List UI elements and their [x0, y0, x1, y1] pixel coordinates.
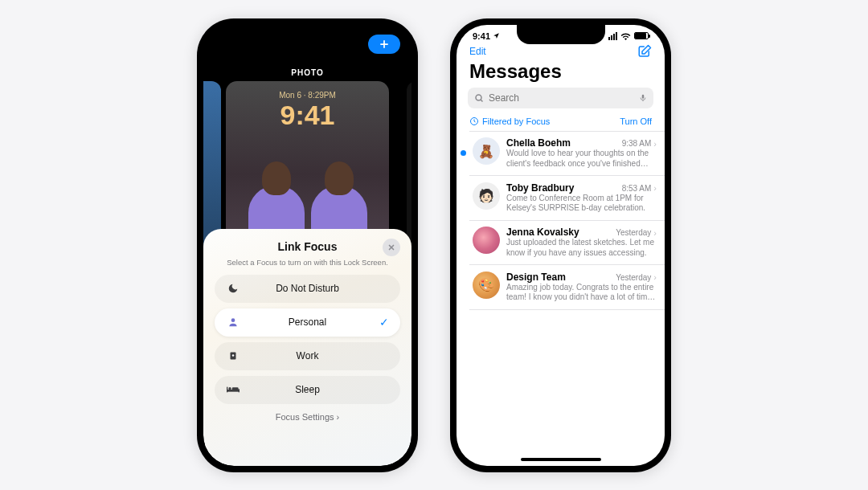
thread-preview: Would love to hear your thoughts on the … — [506, 149, 657, 169]
focus-option-label: Sleep — [240, 384, 375, 395]
close-sheet-button[interactable] — [383, 239, 400, 256]
thread-preview: Just uploaded the latest sketches. Let m… — [506, 238, 657, 258]
edit-button[interactable]: Edit — [469, 46, 486, 57]
svg-rect-8 — [227, 387, 227, 393]
lockscreen-time: 9:41 — [226, 101, 389, 129]
plus-icon — [379, 39, 390, 50]
focus-option-dnd[interactable]: Do Not Disturb — [215, 275, 400, 303]
compose-icon — [637, 44, 652, 59]
thread-time: 8:53 AM› — [622, 183, 657, 193]
search-input[interactable] — [489, 92, 634, 104]
avatar: 🎨 — [473, 272, 500, 299]
svg-rect-13 — [642, 94, 645, 98]
svg-point-6 — [232, 354, 235, 357]
bed-icon — [226, 384, 240, 395]
compose-button[interactable] — [637, 44, 652, 59]
svg-point-10 — [228, 387, 231, 390]
page-title: Messages — [457, 59, 665, 88]
thread-preview: Come to Conference Room at 1PM for Kelse… — [506, 194, 657, 214]
sheet-subtitle: Select a Focus to turn on with this Lock… — [215, 258, 400, 267]
location-icon — [493, 32, 500, 39]
sheet-title: Link Focus — [278, 240, 338, 253]
thread-time: Yesterday› — [616, 272, 657, 282]
focus-option-personal[interactable]: Personal ✓ — [215, 308, 400, 337]
phone-lockscreen-editor: PHOTO Mon 6 · 8:29PM 9:41 Link Focus Sel… — [197, 18, 418, 472]
badge-icon — [226, 350, 240, 361]
focus-option-work[interactable]: Work — [215, 342, 400, 370]
screen: PHOTO Mon 6 · 8:29PM 9:41 Link Focus Sel… — [203, 25, 411, 466]
signal-icon — [608, 32, 617, 40]
thread-row[interactable]: 🧑🏻 Toby Bradbury8:53 AM› Come to Confere… — [457, 176, 665, 220]
chevron-right-icon: › — [653, 139, 657, 149]
screen: 9:41 Edit Messages Filtered by Focu — [457, 25, 665, 466]
search-field[interactable] — [468, 88, 653, 108]
chevron-right-icon: › — [653, 183, 657, 193]
avatar: 🧸 — [473, 137, 500, 165]
mic-icon[interactable] — [639, 92, 647, 104]
focus-option-label: Work — [240, 350, 375, 361]
thread-name: Chella Boehm — [506, 137, 571, 149]
thread-name: Toby Bradbury — [506, 182, 574, 194]
focus-filter-bar: Filtered by Focus Turn Off — [457, 108, 665, 131]
wifi-icon — [620, 32, 631, 40]
wallpaper-type-label: PHOTO — [203, 68, 411, 77]
thread-name: Jenna Kovalsky — [506, 227, 579, 238]
focus-filter-icon — [469, 116, 479, 126]
focus-filter-turnoff[interactable]: Turn Off — [620, 116, 652, 126]
svg-rect-9 — [239, 389, 240, 392]
search-icon — [474, 93, 484, 103]
thread-row[interactable]: 🧸 Chella Boehm9:38 AM› Would love to hea… — [457, 131, 665, 175]
thread-time: 9:38 AM› — [622, 139, 657, 149]
focus-option-label: Personal — [240, 316, 375, 328]
focus-option-sleep[interactable]: Sleep — [215, 376, 400, 404]
notch — [517, 25, 605, 44]
unread-indicator — [460, 137, 466, 169]
svg-line-12 — [481, 100, 483, 102]
moon-icon — [226, 283, 240, 294]
chevron-right-icon: › — [337, 412, 340, 422]
lockscreen-date: Mon 6 · 8:29PM — [226, 91, 389, 100]
thread-row[interactable]: 🎨 Design TeamYesterday› Amazing job toda… — [457, 265, 665, 309]
thread-time: Yesterday› — [616, 228, 657, 238]
svg-point-4 — [231, 318, 235, 322]
thread-name: Design Team — [506, 272, 566, 283]
chevron-right-icon: › — [653, 272, 657, 282]
focus-filter-label: Filtered by Focus — [482, 116, 550, 126]
thread-preview: Amazing job today. Congrats to the entir… — [506, 283, 657, 303]
svg-point-11 — [476, 95, 481, 100]
focus-list: Do Not Disturb Personal ✓ Work Sleep — [215, 275, 400, 404]
avatar: 🧑🏻 — [473, 182, 500, 210]
battery-icon — [634, 32, 649, 39]
svg-rect-7 — [227, 390, 240, 392]
thread-row[interactable]: Jenna KovalskyYesterday› Just uploaded t… — [457, 220, 665, 264]
close-icon — [387, 243, 395, 251]
add-lockscreen-button[interactable] — [368, 35, 400, 54]
focus-settings-link[interactable]: Focus Settings › — [215, 412, 400, 422]
checkmark-icon: ✓ — [375, 316, 389, 329]
avatar — [473, 227, 500, 254]
home-indicator[interactable] — [521, 458, 601, 461]
phone-messages: 9:41 Edit Messages Filtered by Focu — [450, 18, 671, 472]
statusbar-time: 9:41 — [473, 31, 490, 41]
person-icon — [226, 316, 240, 328]
focus-option-label: Do Not Disturb — [240, 283, 375, 294]
link-focus-sheet: Link Focus Select a Focus to turn on wit… — [203, 229, 411, 466]
chevron-right-icon: › — [653, 228, 657, 238]
